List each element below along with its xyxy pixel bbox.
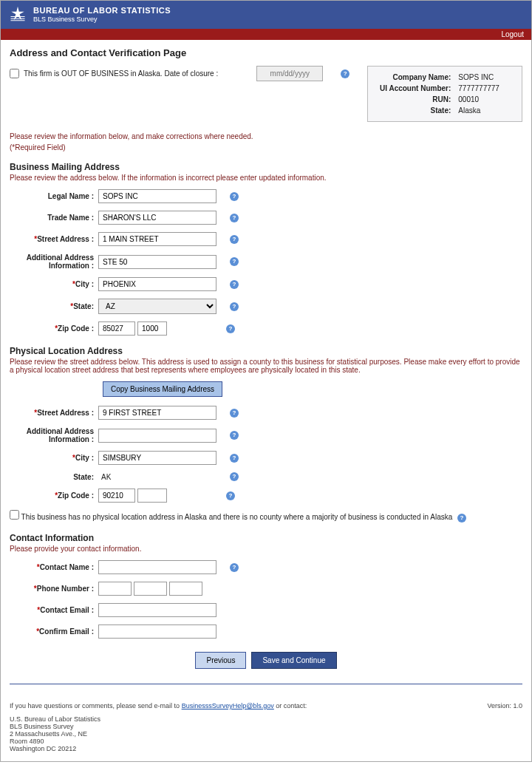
help-icon[interactable]: ? <box>230 235 239 244</box>
help-icon[interactable]: ? <box>230 280 239 289</box>
contact-title: Contact Information <box>10 533 522 543</box>
closure-date-input[interactable] <box>256 66 323 81</box>
mailing-zip2-input[interactable] <box>137 321 167 336</box>
footer: If you have questions or comments, pleas… <box>1 699 531 761</box>
page-title: Address and Contact Verification Page <box>10 47 522 58</box>
header-title: BUREAU OF LABOR STATISTICS <box>33 6 171 16</box>
mailing-addl-input[interactable] <box>98 255 216 269</box>
physical-zip1-input[interactable] <box>98 489 135 503</box>
help-icon[interactable]: ? <box>230 454 239 463</box>
help-icon[interactable]: ? <box>341 69 349 78</box>
bls-logo-icon <box>8 5 27 24</box>
physical-state-value: AK <box>98 473 216 481</box>
out-of-business-checkbox[interactable] <box>10 69 19 78</box>
help-icon[interactable]: ? <box>226 491 235 500</box>
mailing-sub: Please review the address below. If the … <box>10 174 522 182</box>
phone3-input[interactable] <box>169 582 202 596</box>
phone1-input[interactable] <box>98 582 132 596</box>
legal-name-input[interactable] <box>98 189 216 203</box>
divider <box>10 684 522 684</box>
help-icon[interactable]: ? <box>230 302 239 311</box>
company-name: SOPS INC <box>455 72 502 82</box>
ui-account: 7777777777 <box>455 84 502 93</box>
support-email-link[interactable]: BusinesssSurveyHelp@bls.gov <box>182 702 274 709</box>
contact-sub: Please provide your contact information. <box>10 545 522 553</box>
header: BUREAU OF LABOR STATISTICS BLS Business … <box>1 1 531 29</box>
help-icon[interactable]: ? <box>230 192 239 201</box>
contact-name-input[interactable] <box>98 560 216 574</box>
header-subtitle: BLS Business Survey <box>33 16 171 24</box>
help-icon[interactable]: ? <box>230 431 239 440</box>
copy-mailing-button[interactable]: Copy Business Mailing Address <box>103 381 222 397</box>
save-continue-button[interactable]: Save and Continue <box>251 652 336 669</box>
help-icon[interactable]: ? <box>457 514 466 523</box>
previous-button[interactable]: Previous <box>195 652 246 669</box>
mailing-street-input[interactable] <box>98 232 216 246</box>
help-icon[interactable]: ? <box>226 324 235 333</box>
out-of-business-label: This firm is OUT OF BUSINESS in Alaska. … <box>24 69 218 78</box>
mailing-city-input[interactable] <box>98 277 216 291</box>
no-physical-checkbox[interactable] <box>10 510 19 520</box>
help-icon[interactable]: ? <box>230 214 239 222</box>
company-state: Alaska <box>455 106 502 115</box>
run-number: 00010 <box>455 95 502 104</box>
required-note: (*Required Field) <box>10 143 522 152</box>
physical-title: Physical Location Address <box>10 346 522 356</box>
mailing-title: Business Mailing Address <box>10 162 522 172</box>
physical-zip2-input[interactable] <box>137 489 167 503</box>
mailing-state-select[interactable]: AZ <box>98 299 216 314</box>
company-info-box: Company Name:SOPS INC UI Account Number:… <box>367 66 522 122</box>
logout-link[interactable]: Logout <box>501 30 524 38</box>
no-physical-label: This business has no physical location a… <box>21 513 453 521</box>
help-icon[interactable]: ? <box>230 409 239 418</box>
phone2-input[interactable] <box>134 582 167 596</box>
physical-city-input[interactable] <box>98 451 216 465</box>
physical-sub: Please review the street address below. … <box>10 358 522 374</box>
help-icon[interactable]: ? <box>230 563 239 572</box>
physical-addl-input[interactable] <box>98 429 216 443</box>
version-label: Version: 1.0 <box>487 702 522 709</box>
help-icon[interactable]: ? <box>230 472 239 481</box>
confirm-email-input[interactable] <box>98 624 216 639</box>
help-icon[interactable]: ? <box>230 257 239 266</box>
instructions: Please review the information below, and… <box>10 132 522 140</box>
top-bar: Logout <box>1 29 531 40</box>
physical-street-input[interactable] <box>98 406 216 420</box>
mailing-zip1-input[interactable] <box>98 321 135 336</box>
trade-name-input[interactable] <box>98 211 216 225</box>
contact-email-input[interactable] <box>98 603 216 617</box>
